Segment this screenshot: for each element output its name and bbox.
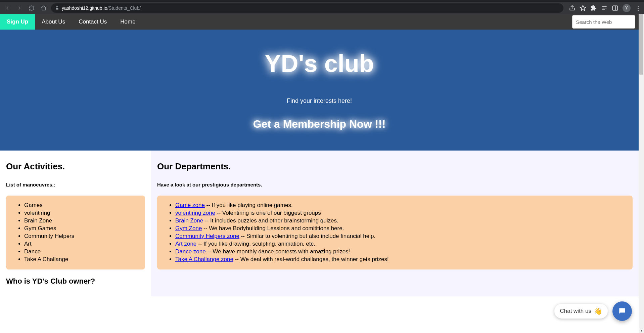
profile-avatar[interactable]: Y — [623, 4, 631, 12]
chat-fab[interactable] — [612, 301, 632, 321]
home-button[interactable] — [39, 3, 48, 13]
dept-link[interactable]: Game zone — [175, 202, 205, 208]
hero-section: YD's club Find your interests here! Get … — [0, 30, 639, 151]
list-item: Community Helpers zone -- Similar to vol… — [175, 233, 626, 240]
list-item: Art zone -- If you like drawing, sculpti… — [175, 240, 626, 248]
lock-icon — [55, 6, 59, 10]
reading-list-icon[interactable] — [601, 5, 608, 11]
chat-label: Chat with us — [560, 308, 591, 315]
list-item: Dance — [24, 248, 138, 256]
dept-link[interactable]: Art zone — [175, 241, 196, 247]
dept-link[interactable]: Dance zone — [175, 248, 206, 255]
list-item: Art — [24, 240, 138, 248]
browser-menu-icon[interactable] — [635, 5, 641, 11]
forward-button[interactable] — [15, 3, 24, 13]
side-panel-icon[interactable] — [612, 5, 618, 11]
list-item: Community Helpers — [24, 233, 138, 240]
page-content: Sign Up About Us Contact Us Home YD's cl… — [0, 14, 639, 333]
reload-button[interactable] — [27, 3, 36, 13]
list-item: Gym Games — [24, 225, 138, 233]
dept-link[interactable]: Brain Zone — [175, 217, 203, 224]
chat-widget: Chat with us 👋 — [554, 301, 632, 321]
departments-card: Game zone -- If you like playing online … — [157, 196, 633, 269]
departments-sub: Have a look at our prestigious departmen… — [157, 182, 633, 188]
activities-sub: List of manoeuvres.: — [6, 182, 145, 188]
dept-link[interactable]: Gym Zone — [175, 225, 202, 232]
extensions-icon[interactable] — [590, 5, 597, 11]
nav-signup[interactable]: Sign Up — [0, 14, 35, 30]
list-item: Dance zone -- We have monthly dance cont… — [175, 248, 626, 256]
wave-icon: 👋 — [594, 307, 602, 315]
back-button[interactable] — [3, 3, 12, 13]
list-item: Brain Zone — [24, 217, 138, 225]
bookmark-icon[interactable] — [580, 5, 586, 11]
activities-card: Games volentiring Brain Zone Gym Games C… — [6, 196, 145, 269]
browser-toolbar: yashdoshi12.github.io/Students_Club/ Y — [0, 2, 644, 14]
chat-pill[interactable]: Chat with us 👋 — [554, 304, 608, 319]
dept-link[interactable]: Take A Challange zone — [175, 256, 233, 262]
scroll-thumb[interactable] — [639, 14, 643, 75]
list-item: Game zone -- If you like playing online … — [175, 202, 626, 209]
site-search-input[interactable] — [572, 15, 635, 29]
hero-cta: Get a Membership Now !!! — [7, 118, 632, 130]
dept-link[interactable]: volentiring zone — [175, 210, 215, 216]
list-item: Take A Challange zone -- We deal with re… — [175, 256, 626, 263]
owner-heading: Who is YD's Club owner? — [6, 277, 145, 286]
list-item: volentiring — [24, 209, 138, 217]
dept-link[interactable]: Community Helpers zone — [175, 233, 239, 239]
list-item: Brain Zone -- It includes puzzles and ot… — [175, 217, 626, 225]
hero-title: YD's club — [7, 50, 632, 77]
list-item: volentiring zone -- Volentiring is one o… — [175, 209, 626, 217]
hero-tagline: Find your interests here! — [7, 97, 632, 105]
url-text: yashdoshi12.github.io/Students_Club/ — [62, 5, 141, 11]
chat-icon — [618, 307, 627, 316]
list-item: Games — [24, 202, 138, 209]
list-item: Gym Zone -- We have Bodybuilding Lession… — [175, 225, 626, 233]
activities-heading: Our Activities. — [6, 161, 145, 172]
list-item: Take A Challange — [24, 256, 138, 263]
svg-rect-0 — [613, 6, 618, 10]
vertical-scrollbar[interactable]: ▴ ▾ — [639, 14, 644, 333]
activities-column: Our Activities. List of manoeuvres.: Gam… — [0, 151, 151, 296]
share-icon[interactable] — [569, 5, 576, 11]
address-bar[interactable]: yashdoshi12.github.io/Students_Club/ — [51, 3, 563, 13]
nav-contact[interactable]: Contact Us — [72, 14, 113, 30]
nav-about[interactable]: About Us — [35, 14, 72, 30]
departments-column: Our Departments. Have a look at our pres… — [151, 151, 639, 296]
departments-heading: Our Departments. — [157, 161, 633, 172]
nav-home[interactable]: Home — [113, 14, 142, 30]
scroll-down-arrow[interactable]: ▾ — [639, 328, 644, 333]
site-navbar: Sign Up About Us Contact Us Home — [0, 14, 639, 30]
